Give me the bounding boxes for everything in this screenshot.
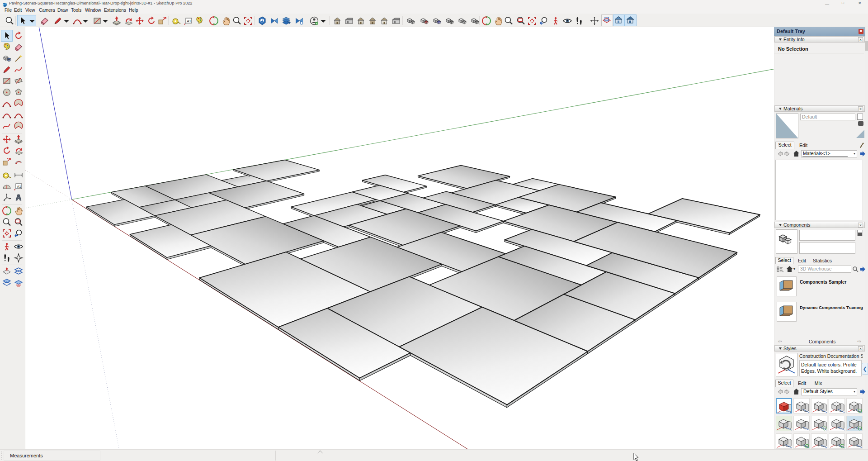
svg-text:A1: A1: [187, 19, 191, 23]
svg-text:A1: A1: [17, 185, 21, 189]
